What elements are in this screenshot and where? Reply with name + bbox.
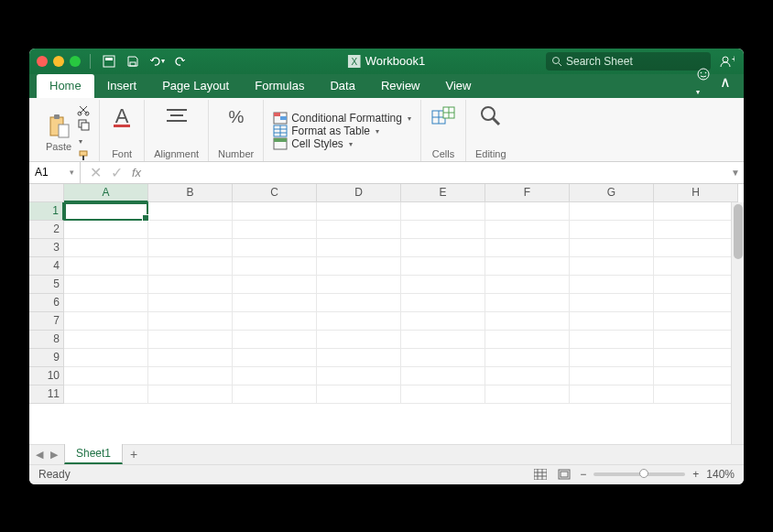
zoom-in-button[interactable]: + bbox=[692, 468, 699, 481]
row-header-7[interactable]: 7 bbox=[29, 312, 64, 331]
undo-icon[interactable]: ▾ bbox=[147, 52, 166, 71]
cell-C2[interactable] bbox=[233, 221, 317, 239]
feedback-icon[interactable]: ▾ bbox=[696, 67, 711, 98]
spreadsheet-grid[interactable]: ABCDEFGH1234567891011 bbox=[29, 184, 744, 444]
cell-E7[interactable] bbox=[401, 312, 485, 331]
cell-F8[interactable] bbox=[485, 331, 570, 349]
cell-H6[interactable] bbox=[654, 294, 738, 312]
cell-G4[interactable] bbox=[570, 257, 654, 276]
cell-D10[interactable] bbox=[317, 367, 401, 385]
sheet-tab-sheet1[interactable]: Sheet1 bbox=[64, 444, 123, 464]
row-header-8[interactable]: 8 bbox=[29, 331, 64, 349]
cell-D5[interactable] bbox=[317, 276, 401, 294]
cells-button[interactable] bbox=[430, 103, 456, 129]
cell-C1[interactable] bbox=[233, 202, 317, 221]
cell-D4[interactable] bbox=[317, 257, 401, 276]
cell-D7[interactable] bbox=[317, 312, 401, 331]
cell-A4[interactable] bbox=[64, 257, 148, 276]
row-header-10[interactable]: 10 bbox=[29, 367, 64, 385]
minimize-window-button[interactable] bbox=[53, 56, 64, 67]
row-header-4[interactable]: 4 bbox=[29, 257, 64, 276]
cell-D1[interactable] bbox=[317, 202, 401, 221]
number-button[interactable]: % bbox=[223, 103, 249, 129]
cell-B2[interactable] bbox=[148, 221, 233, 239]
tab-data[interactable]: Data bbox=[317, 74, 367, 98]
cell-H10[interactable] bbox=[654, 367, 738, 385]
cell-G5[interactable] bbox=[570, 276, 654, 294]
cell-G1[interactable] bbox=[570, 202, 654, 221]
row-header-2[interactable]: 2 bbox=[29, 221, 64, 239]
cell-B3[interactable] bbox=[148, 239, 233, 257]
tab-home[interactable]: Home bbox=[37, 74, 94, 98]
cell-D3[interactable] bbox=[317, 239, 401, 257]
cell-C11[interactable] bbox=[233, 385, 317, 404]
cell-E10[interactable] bbox=[401, 367, 485, 385]
copy-icon[interactable]: ▾ bbox=[77, 118, 90, 147]
cell-A5[interactable] bbox=[64, 276, 148, 294]
col-header-A[interactable]: A bbox=[64, 184, 148, 202]
zoom-slider[interactable] bbox=[593, 472, 685, 476]
zoom-level[interactable]: 140% bbox=[706, 468, 735, 481]
col-header-B[interactable]: B bbox=[148, 184, 233, 202]
cell-E4[interactable] bbox=[401, 257, 485, 276]
close-window-button[interactable] bbox=[37, 56, 48, 67]
cell-E2[interactable] bbox=[401, 221, 485, 239]
cell-D2[interactable] bbox=[317, 221, 401, 239]
cell-E8[interactable] bbox=[401, 331, 485, 349]
cell-H2[interactable] bbox=[654, 221, 738, 239]
cell-E6[interactable] bbox=[401, 294, 485, 312]
cell-H3[interactable] bbox=[654, 239, 738, 257]
cell-A7[interactable] bbox=[64, 312, 148, 331]
cell-F1[interactable] bbox=[485, 202, 570, 221]
cell-B11[interactable] bbox=[148, 385, 233, 404]
cell-E11[interactable] bbox=[401, 385, 485, 404]
cell-A6[interactable] bbox=[64, 294, 148, 312]
cell-B8[interactable] bbox=[148, 331, 233, 349]
cell-F4[interactable] bbox=[485, 257, 570, 276]
cell-B1[interactable] bbox=[148, 202, 233, 221]
cell-C6[interactable] bbox=[233, 294, 317, 312]
format-as-table-button[interactable]: Format as Table▾ bbox=[273, 125, 379, 137]
cell-C5[interactable] bbox=[233, 276, 317, 294]
cell-C9[interactable] bbox=[233, 349, 317, 367]
col-header-H[interactable]: H bbox=[654, 184, 738, 202]
name-box[interactable]: A1▾ bbox=[29, 162, 81, 183]
formula-input[interactable] bbox=[150, 162, 727, 183]
row-header-3[interactable]: 3 bbox=[29, 239, 64, 257]
col-header-C[interactable]: C bbox=[233, 184, 317, 202]
add-sheet-button[interactable]: + bbox=[123, 447, 145, 461]
collapse-ribbon-icon[interactable]: ∧ bbox=[720, 73, 731, 91]
cell-A9[interactable] bbox=[64, 349, 148, 367]
row-header-9[interactable]: 9 bbox=[29, 349, 64, 367]
cell-C3[interactable] bbox=[233, 239, 317, 257]
cell-F6[interactable] bbox=[485, 294, 570, 312]
cell-H9[interactable] bbox=[654, 349, 738, 367]
format-painter-icon[interactable] bbox=[77, 149, 90, 162]
cell-D6[interactable] bbox=[317, 294, 401, 312]
cell-G11[interactable] bbox=[570, 385, 654, 404]
save-icon[interactable] bbox=[124, 52, 142, 71]
cell-F3[interactable] bbox=[485, 239, 570, 257]
cell-H5[interactable] bbox=[654, 276, 738, 294]
cell-styles-button[interactable]: Cell Styles▾ bbox=[273, 137, 353, 150]
cell-G7[interactable] bbox=[570, 312, 654, 331]
cell-D11[interactable] bbox=[317, 385, 401, 404]
cell-C7[interactable] bbox=[233, 312, 317, 331]
row-header-5[interactable]: 5 bbox=[29, 276, 64, 294]
cell-E9[interactable] bbox=[401, 349, 485, 367]
cell-F11[interactable] bbox=[485, 385, 570, 404]
cell-A8[interactable] bbox=[64, 331, 148, 349]
cell-C4[interactable] bbox=[233, 257, 317, 276]
row-header-6[interactable]: 6 bbox=[29, 294, 64, 312]
editing-button[interactable] bbox=[478, 103, 504, 129]
cell-B5[interactable] bbox=[148, 276, 233, 294]
cell-C10[interactable] bbox=[233, 367, 317, 385]
tab-review[interactable]: Review bbox=[368, 74, 433, 98]
cell-E1[interactable] bbox=[401, 202, 485, 221]
cell-B4[interactable] bbox=[148, 257, 233, 276]
cell-A2[interactable] bbox=[64, 221, 148, 239]
cell-B10[interactable] bbox=[148, 367, 233, 385]
cell-G10[interactable] bbox=[570, 367, 654, 385]
alignment-button[interactable] bbox=[164, 103, 190, 129]
fx-icon[interactable]: fx bbox=[132, 166, 141, 179]
